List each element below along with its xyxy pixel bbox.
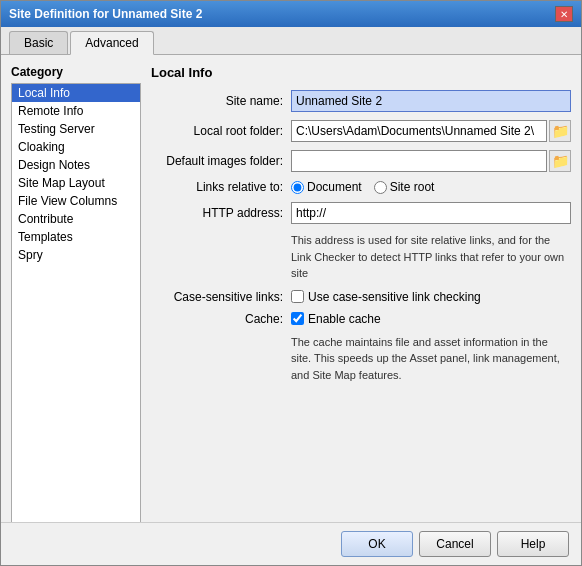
- radio-site-root[interactable]: [374, 181, 387, 194]
- cache-label: Cache:: [151, 312, 291, 326]
- http-address-row: HTTP address:: [151, 202, 571, 224]
- sidebar-item-testing-server[interactable]: Testing Server: [12, 120, 140, 138]
- tabs-bar: Basic Advanced: [1, 27, 581, 55]
- radio-site-root-label[interactable]: Site root: [374, 180, 435, 194]
- tab-advanced[interactable]: Advanced: [70, 31, 153, 55]
- cache-checkbox[interactable]: [291, 312, 304, 325]
- cache-checkbox-label[interactable]: Enable cache: [291, 312, 381, 326]
- sidebar-item-contribute[interactable]: Contribute: [12, 210, 140, 228]
- cancel-button[interactable]: Cancel: [419, 531, 491, 557]
- sidebar-item-cloaking[interactable]: Cloaking: [12, 138, 140, 156]
- http-address-label: HTTP address:: [151, 206, 291, 220]
- sidebar-title: Category: [11, 65, 141, 79]
- title-bar: Site Definition for Unnamed Site 2 ✕: [1, 1, 581, 27]
- case-sensitive-checkbox-text: Use case-sensitive link checking: [308, 290, 481, 304]
- site-name-input[interactable]: [291, 90, 571, 112]
- site-name-label: Site name:: [151, 94, 291, 108]
- content-area: Category Local Info Remote Info Testing …: [1, 55, 581, 522]
- radio-document-label[interactable]: Document: [291, 180, 362, 194]
- case-sensitive-row: Case-sensitive links: Use case-sensitive…: [151, 290, 571, 304]
- http-info-text: This address is used for site relative l…: [151, 232, 571, 282]
- local-root-folder-button[interactable]: 📁: [549, 120, 571, 142]
- sidebar-item-site-map-layout[interactable]: Site Map Layout: [12, 174, 140, 192]
- sidebar-list: Local Info Remote Info Testing Server Cl…: [11, 83, 141, 522]
- local-root-row: Local root folder: 📁: [151, 120, 571, 142]
- ok-button[interactable]: OK: [341, 531, 413, 557]
- title-controls: ✕: [555, 6, 573, 22]
- close-button[interactable]: ✕: [555, 6, 573, 22]
- sidebar-item-design-notes[interactable]: Design Notes: [12, 156, 140, 174]
- main-content: Local Info Site name: Local root folder:…: [151, 65, 571, 512]
- http-address-input[interactable]: [291, 202, 571, 224]
- sidebar-item-local-info[interactable]: Local Info: [12, 84, 140, 102]
- case-sensitive-checkbox[interactable]: [291, 290, 304, 303]
- default-images-input[interactable]: [291, 150, 547, 172]
- radio-site-root-text: Site root: [390, 180, 435, 194]
- sidebar-item-spry[interactable]: Spry: [12, 246, 140, 264]
- links-relative-group: Document Site root: [291, 180, 434, 194]
- sidebar-item-remote-info[interactable]: Remote Info: [12, 102, 140, 120]
- local-root-label: Local root folder:: [151, 124, 291, 138]
- sidebar-item-templates[interactable]: Templates: [12, 228, 140, 246]
- tab-basic[interactable]: Basic: [9, 31, 68, 54]
- cache-checkbox-text: Enable cache: [308, 312, 381, 326]
- sidebar: Category Local Info Remote Info Testing …: [11, 65, 141, 512]
- radio-document-text: Document: [307, 180, 362, 194]
- case-sensitive-checkbox-label[interactable]: Use case-sensitive link checking: [291, 290, 481, 304]
- local-root-input[interactable]: [291, 120, 547, 142]
- case-sensitive-label: Case-sensitive links:: [151, 290, 291, 304]
- window-title: Site Definition for Unnamed Site 2: [9, 7, 202, 21]
- default-images-folder-button[interactable]: 📁: [549, 150, 571, 172]
- default-images-label: Default images folder:: [151, 154, 291, 168]
- sidebar-item-file-view-columns[interactable]: File View Columns: [12, 192, 140, 210]
- site-name-row: Site name:: [151, 90, 571, 112]
- radio-document[interactable]: [291, 181, 304, 194]
- links-relative-label: Links relative to:: [151, 180, 291, 194]
- help-button[interactable]: Help: [497, 531, 569, 557]
- cache-info-text: The cache maintains file and asset infor…: [151, 334, 571, 384]
- links-relative-row: Links relative to: Document Site root: [151, 180, 571, 194]
- section-title: Local Info: [151, 65, 571, 80]
- main-window: Site Definition for Unnamed Site 2 ✕ Bas…: [0, 0, 582, 566]
- footer: OK Cancel Help: [1, 522, 581, 565]
- cache-row: Cache: Enable cache: [151, 312, 571, 326]
- default-images-row: Default images folder: 📁: [151, 150, 571, 172]
